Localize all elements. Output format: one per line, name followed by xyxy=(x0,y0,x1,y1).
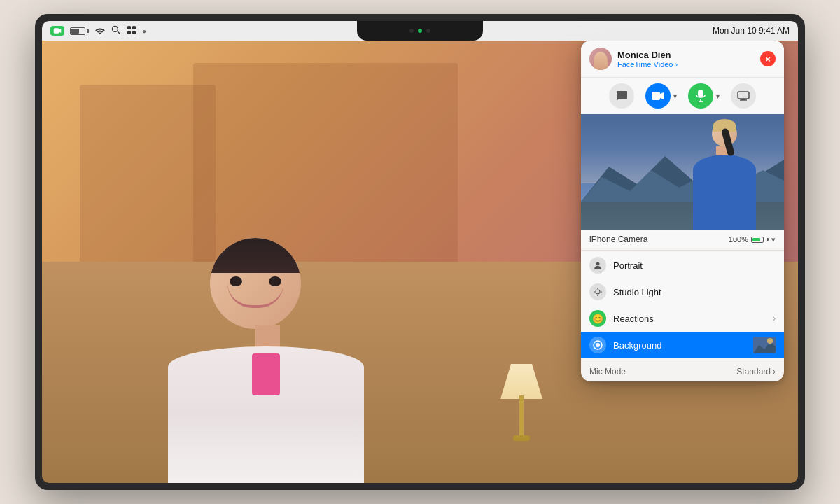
menubar-right: Mon Jun 10 9:41 AM xyxy=(713,26,790,36)
effects-menu: Portrait Studio Light xyxy=(581,252,784,358)
svg-rect-13 xyxy=(738,92,749,99)
call-type: FaceTime Video › xyxy=(617,60,760,69)
device-battery-tip xyxy=(767,238,769,241)
mic-chevron-icon[interactable]: ▾ xyxy=(716,92,720,100)
svg-rect-8 xyxy=(652,92,660,100)
svg-rect-7 xyxy=(132,31,136,34)
spotlight-icon[interactable] xyxy=(111,25,121,37)
call-controls: ▾ ▾ xyxy=(581,78,784,114)
svg-rect-4 xyxy=(127,26,131,29)
lamp-pole xyxy=(519,396,524,441)
menu-divider-bottom xyxy=(581,360,784,360)
lamp-base xyxy=(513,435,530,441)
background-label: Background xyxy=(613,340,753,351)
background-menu-item[interactable]: Background xyxy=(581,332,784,358)
video-toggle-button[interactable]: ▾ xyxy=(645,83,677,108)
svg-point-18 xyxy=(596,262,600,266)
lamp-shade xyxy=(500,364,542,399)
device-battery-percent: 100% xyxy=(729,235,748,244)
facetime-panel: Monica Dien FaceTime Video › × xyxy=(581,41,784,382)
battery-fill xyxy=(71,29,79,34)
video-circle xyxy=(645,83,671,108)
datetime-display: Mon Jun 10 9:41 AM xyxy=(713,26,790,36)
video-preview xyxy=(581,114,784,230)
svg-rect-6 xyxy=(127,31,131,34)
video-person-body xyxy=(693,155,756,230)
studio-light-icon xyxy=(589,284,606,300)
wifi-icon xyxy=(94,26,106,36)
macbook-frame: ● Mon Jun 10 9:41 AM xyxy=(35,14,805,490)
person-shirt-collar xyxy=(252,354,280,396)
svg-rect-5 xyxy=(132,26,136,29)
studio-light-menu-item[interactable]: Studio Light xyxy=(581,279,784,305)
background-symbol-icon xyxy=(593,340,603,350)
reactions-emoji-icon: 😊 xyxy=(592,314,603,323)
video-chevron-icon[interactable]: ▾ xyxy=(673,92,677,100)
battery-body xyxy=(70,27,85,35)
reactions-label: Reactions xyxy=(613,314,773,324)
studio-light-symbol-icon xyxy=(593,287,603,297)
svg-marker-9 xyxy=(660,92,664,99)
video-camera-icon xyxy=(652,91,664,101)
svg-point-19 xyxy=(596,290,600,294)
device-battery-fill xyxy=(752,238,760,241)
mic-mode-value-area: Standard › xyxy=(736,367,776,377)
portrait-icon xyxy=(589,257,606,274)
menu-divider-top xyxy=(581,250,784,251)
menubar-left: ● xyxy=(50,25,146,37)
camera-info-bar: iPhone Camera 100% ▾ xyxy=(581,230,784,248)
mic-mode-current-value: Standard xyxy=(736,367,771,377)
person-eye-left xyxy=(230,276,242,286)
svg-rect-10 xyxy=(698,90,704,97)
mic-mode-label: Mic Mode xyxy=(589,367,626,377)
person-body xyxy=(168,346,364,483)
camera-source-label: iPhone Camera xyxy=(589,234,648,244)
mic-toggle-button[interactable]: ▾ xyxy=(688,83,720,108)
screen-share-button[interactable] xyxy=(731,83,756,108)
message-bubble-icon xyxy=(615,90,628,102)
svg-point-25 xyxy=(596,343,600,347)
mic-mode-row[interactable]: Mic Mode Standard › xyxy=(581,362,784,382)
person-smile xyxy=(227,284,284,308)
facetime-header: Monica Dien FaceTime Video › × xyxy=(581,41,784,78)
screen-share-icon xyxy=(737,91,750,101)
reactions-chevron-icon: › xyxy=(773,314,776,323)
mic-circle xyxy=(688,83,713,108)
close-button[interactable]: × xyxy=(760,51,776,66)
portrait-label: Portrait xyxy=(613,260,776,271)
subtitle-chevron: › xyxy=(676,60,678,69)
notch-dot-3 xyxy=(426,29,430,33)
notch-dot-1 xyxy=(410,29,414,33)
background-thumbnail-preview xyxy=(753,337,776,354)
device-battery-icon xyxy=(751,237,764,243)
portrait-menu-item[interactable]: Portrait xyxy=(581,252,784,279)
microphone-icon xyxy=(696,90,706,102)
avatar-person-shape xyxy=(594,52,608,70)
background-thumbnail xyxy=(753,337,776,354)
contact-info: Monica Dien FaceTime Video › xyxy=(617,50,760,69)
camera-right-area: 100% ▾ xyxy=(729,235,776,244)
reactions-icon: 😊 xyxy=(589,310,606,327)
svg-line-3 xyxy=(118,31,120,34)
facetime-menubar-icon[interactable] xyxy=(50,26,64,36)
camera-expand-icon[interactable]: ▾ xyxy=(771,235,776,244)
call-type-text: FaceTime Video xyxy=(617,60,673,69)
battery-icon xyxy=(70,27,89,35)
studio-light-label: Studio Light xyxy=(613,287,776,298)
person-eye-right xyxy=(269,276,281,286)
person-hair xyxy=(210,238,301,273)
bullet-separator: ● xyxy=(142,27,146,35)
messages-button[interactable] xyxy=(609,83,634,108)
background-icon xyxy=(589,337,606,354)
svg-point-2 xyxy=(113,26,118,31)
svg-rect-0 xyxy=(54,28,59,34)
mic-mode-chevron-icon: › xyxy=(773,367,776,377)
reactions-menu-item[interactable]: 😊 Reactions › xyxy=(581,305,784,332)
battery-tip xyxy=(87,29,89,33)
svg-point-28 xyxy=(767,338,773,344)
contact-avatar xyxy=(589,48,612,70)
messages-circle xyxy=(609,83,634,108)
lamp xyxy=(497,350,546,441)
person-face xyxy=(210,238,301,329)
control-center-icon[interactable] xyxy=(127,25,136,37)
